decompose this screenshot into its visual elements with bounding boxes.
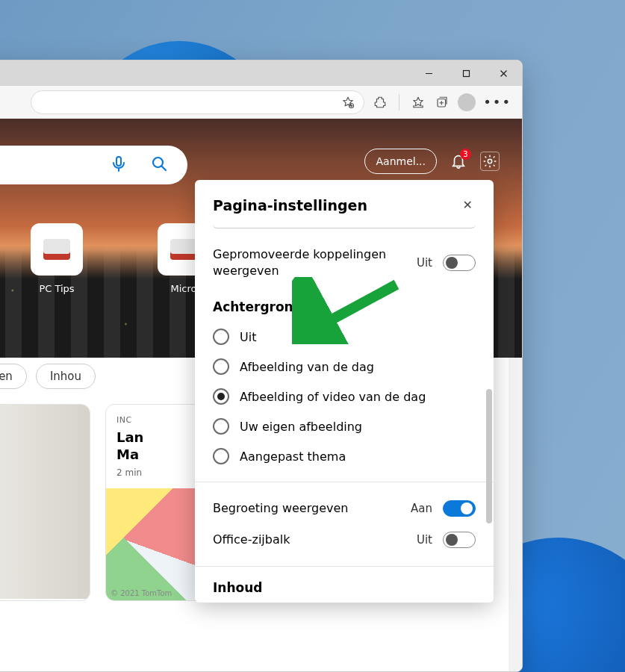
radio-button-icon [213,329,229,345]
page-settings-gear-icon[interactable] [480,152,500,171]
tile-icon [31,223,83,276]
chip-label: Inhou [50,370,81,383]
sign-in-label: Aanmel... [376,155,426,167]
news-card[interactable] [0,404,90,601]
quick-link-tile[interactable]: PC Tips [31,223,83,294]
filter-chip[interactable]: Inhou [36,364,96,389]
news-card-image [0,405,90,599]
add-favorite-icon[interactable] [340,94,356,111]
filter-chip[interactable]: instellingen [0,364,27,389]
office-sidebar-toggle[interactable] [443,532,476,548]
map-attribution: © 2021 TomTom [111,589,172,597]
collections-icon[interactable] [434,94,450,111]
toolbar-divider [399,94,399,111]
office-sidebar-state: Uit [417,533,432,547]
svg-rect-1 [463,70,469,76]
notification-badge: 3 [460,149,471,160]
panel-separator [195,566,494,567]
office-sidebar-label: Office-zijbalk [213,532,406,548]
promoted-links-label: Gepromoveerde koppelingen weergeven [213,246,406,279]
radio-button-icon [213,388,229,405]
greeting-toggle[interactable] [443,500,476,517]
window-maximize-button[interactable] [447,60,485,86]
background-option-radio[interactable]: Afbeelding van de dag [213,352,476,382]
background-option-radio[interactable]: Aangepast thema [213,441,476,471]
search-bar[interactable] [0,146,187,184]
greeting-state: Aan [411,502,432,515]
promoted-links-state: Uit [417,256,432,270]
window-minimize-button[interactable] [410,60,447,86]
background-option-radio[interactable]: Uit [213,322,476,352]
radio-label: Afbeelding of video van de dag [240,390,426,404]
greeting-label: Begroeting weergeven [213,500,400,517]
browser-toolbar: ••• [0,86,522,119]
address-bar[interactable] [31,90,364,114]
panel-scrollbar[interactable] [486,389,492,523]
radio-button-icon [213,358,229,375]
radio-label: Aangepast thema [240,449,346,464]
radio-button-icon [213,418,229,435]
radio-label: Uit [240,330,256,344]
profile-avatar[interactable] [458,93,476,111]
search-icon[interactable] [150,155,168,175]
promoted-links-toggle[interactable] [443,255,476,271]
more-menu-icon[interactable]: ••• [483,94,511,110]
sign-in-button[interactable]: Aanmel... [364,149,437,174]
notifications-icon[interactable]: 3 [449,152,468,171]
background-section-heading: Achtergrond [213,299,476,314]
svg-line-16 [162,167,167,171]
radio-label: Afbeelding van de dag [240,360,374,374]
panel-title: Pagina-instellingen [213,197,367,214]
panel-separator [195,482,494,482]
page-settings-panel: Pagina-instellingen ✕ Gepromoveerde kopp… [195,180,494,603]
svg-rect-13 [116,157,121,166]
background-option-radio[interactable]: Uw eigen afbeelding [213,411,476,441]
window-close-button[interactable] [485,60,522,86]
tile-label: PC Tips [31,283,83,294]
favorites-icon[interactable] [410,94,426,111]
radio-button-icon [213,448,229,464]
panel-divider [213,224,476,228]
extensions-icon[interactable] [372,94,388,111]
background-option-radio[interactable]: Afbeelding of video van de dag [213,382,476,411]
edge-window: ••• Aanmel... 3 [0,60,523,672]
new-tab-page: Aanmel... 3 PC Tips Micro u [0,119,522,671]
window-titlebar [0,60,522,86]
chip-label: instellingen [0,370,13,383]
svg-point-17 [488,159,491,163]
radio-label: Uw eigen afbeelding [240,420,362,434]
content-section-heading: Inhoud [213,580,476,595]
voice-search-icon[interactable] [110,155,128,175]
panel-close-button[interactable]: ✕ [460,195,476,215]
